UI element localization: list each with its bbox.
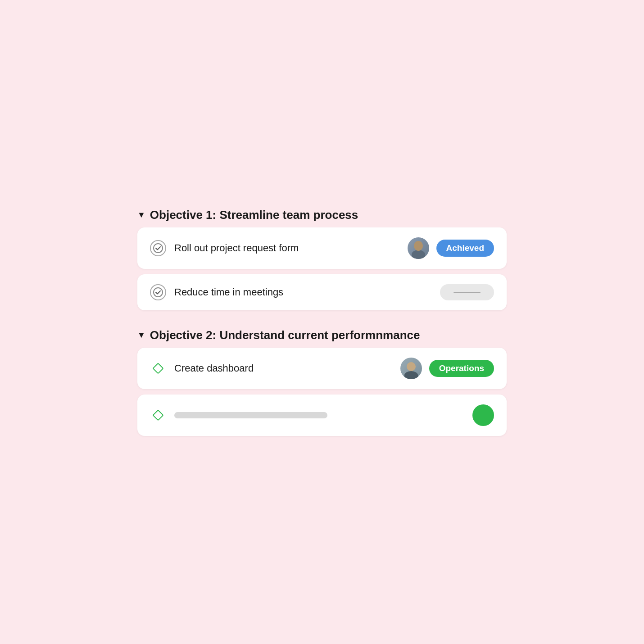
task-right-2-2 [472,404,494,426]
avatar-2-1 [400,358,422,379]
objective-1-title: Objective 1: Streamline team process [150,208,358,222]
objective-1-header[interactable]: ▼ Objective 1: Streamline team process [137,208,507,222]
task-label-2-1: Create dashboard [174,363,254,374]
objective-2-title: Objective 2: Understand current performn… [150,328,420,342]
badge-empty-1-2 [440,284,494,300]
task-placeholder-2-2 [174,412,327,418]
objective-2-header[interactable]: ▼ Objective 2: Understand current perfor… [137,328,507,342]
chevron-down-icon: ▼ [137,210,145,220]
task-left-1-2: Reduce time in meetings [150,284,283,300]
svg-point-0 [154,244,163,253]
task-right-1-2 [440,284,494,300]
svg-rect-2 [153,363,163,374]
task-card-1-2[interactable]: Reduce time in meetings [137,274,507,310]
objective-section-2: ▼ Objective 2: Understand current perfor… [137,328,507,436]
svg-point-1 [154,288,163,297]
check-circle-icon-1-1 [150,240,166,256]
chevron-down-icon-2: ▼ [137,331,145,340]
task-label-1-1: Roll out project request form [174,242,299,254]
task-card-2-1[interactable]: Create dashboard Operations [137,348,507,389]
task-left-2-1: Create dashboard [150,360,254,376]
main-container: ▼ Objective 1: Streamline team process R… [137,208,507,436]
task-card-1-1[interactable]: Roll out project request form Achieved [137,227,507,269]
task-right-1-1: Achieved [408,237,494,259]
badge-operations-2-1: Operations [429,360,494,377]
svg-rect-3 [153,410,163,421]
task-right-2-1: Operations [400,358,494,379]
task-left-1-1: Roll out project request form [150,240,299,256]
task-left-2-2 [150,407,327,423]
avatar-dot-2-2 [472,404,494,426]
task-label-1-2: Reduce time in meetings [174,286,283,298]
avatar-1-1 [408,237,429,259]
objective-section-1: ▼ Objective 1: Streamline team process R… [137,208,507,310]
task-card-2-2[interactable] [137,395,507,436]
diamond-icon-2-1 [150,360,166,376]
diamond-icon-2-2 [150,407,166,423]
badge-achieved-1-1: Achieved [436,240,494,257]
check-circle-icon-1-2 [150,284,166,300]
